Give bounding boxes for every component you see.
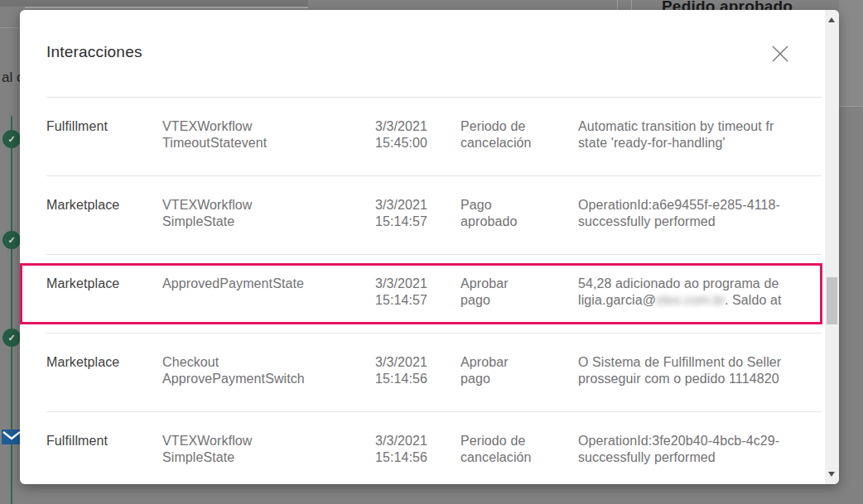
interaction-time: 15:14:56 <box>369 449 427 466</box>
event-line: SimpleState <box>162 214 369 230</box>
interaction-source: Marketplace <box>46 276 162 333</box>
interaction-time: 15:14:57 <box>369 292 427 309</box>
interaction-status: Aprobar pago <box>427 276 578 333</box>
interaction-event: VTEXWorkflow SimpleState <box>162 433 369 484</box>
description-line: successfully performed <box>578 214 822 230</box>
interaction-description: 54,28 adicionado ao programa de ligia.ga… <box>578 276 822 333</box>
interaction-status: Aprobar pago <box>427 354 578 411</box>
scrollbar-down-icon[interactable] <box>828 472 835 477</box>
interaction-time: 15:45:00 <box>369 135 427 151</box>
interaction-datetime: 3/3/2021 15:14:57 <box>369 197 427 254</box>
event-line: VTEXWorkflow <box>162 197 369 214</box>
interaction-time: 15:14:56 <box>369 371 427 387</box>
interaction-time: 15:14:57 <box>369 214 427 230</box>
description-line: 54,28 adicionado ao programa de <box>578 276 822 292</box>
interactions-modal: Interacciones Fulfillment VTEXWorkflow T… <box>20 10 839 484</box>
description-line: Automatic transition by timeout fr <box>578 118 822 135</box>
interaction-date: 3/3/2021 <box>369 197 427 214</box>
interaction-datetime: 3/3/2021 15:14:56 <box>369 354 427 411</box>
background-divider <box>617 0 618 10</box>
redacted-email-domain: vtex.com.br <box>656 293 725 307</box>
interaction-date: 3/3/2021 <box>369 118 427 135</box>
interaction-description: Automatic transition by timeout fr state… <box>578 118 822 175</box>
background-panel-edge <box>25 7 308 8</box>
description-line: OperationId:3fe20b40-4bcb-4c29- <box>578 433 822 449</box>
scrollbar-thumb[interactable] <box>827 277 837 324</box>
interaction-event: VTEXWorkflow SimpleState <box>162 197 369 254</box>
table-row: Fulfillment VTEXWorkflow TimeoutStateven… <box>46 98 822 176</box>
description-line: successfully performed <box>578 449 822 466</box>
interaction-description: OperationId:3fe20b40-4bcb-4c29- successf… <box>578 433 822 484</box>
scrollbar-up-icon[interactable] <box>828 17 835 22</box>
table-row: Marketplace VTEXWorkflow SimpleState 3/3… <box>46 176 822 255</box>
event-line: SimpleState <box>162 449 369 466</box>
email-prefix: ligia.garcia@ <box>578 293 656 307</box>
check-glyph: ✓ <box>7 333 15 343</box>
modal-title: Interacciones <box>46 43 142 61</box>
event-line: ApprovePaymentSwitch <box>162 371 369 387</box>
event-line: TimeoutStatevent <box>162 135 369 151</box>
table-row-highlighted: Marketplace ApprovedPaymentState 3/3/202… <box>46 255 822 334</box>
interaction-datetime: 3/3/2021 15:45:00 <box>369 118 427 175</box>
check-glyph: ✓ <box>7 235 15 246</box>
interaction-datetime: 3/3/2021 15:14:57 <box>369 276 427 333</box>
background-topbar <box>0 0 308 7</box>
event-line: ApprovedPaymentState <box>162 276 369 292</box>
close-icon[interactable] <box>771 45 789 63</box>
interaction-date: 3/3/2021 <box>369 433 427 449</box>
description-line: prosseguir com o pedido 1114820 <box>578 371 822 387</box>
interaction-status: Periodo de cancelación <box>427 433 578 484</box>
interaction-description: OperationId:a6e9455f-e285-4118- successf… <box>578 197 822 254</box>
background-panel <box>839 0 863 106</box>
background-divider <box>631 0 632 10</box>
table-row: Fulfillment VTEXWorkflow SimpleState 3/3… <box>46 412 822 484</box>
interaction-description: O Sistema de Fulfillment do Seller pross… <box>578 354 822 411</box>
description-line: state 'ready-for-handling' <box>578 135 822 151</box>
interaction-status: Periodo de cancelación <box>427 118 578 175</box>
interaction-source: Fulfillment <box>46 433 162 484</box>
redacted-email-line: ligia.garcia@vtex.com.br. Saldo at <box>578 292 822 309</box>
interaction-date: 3/3/2021 <box>369 276 427 292</box>
interaction-source: Marketplace <box>46 354 162 411</box>
interaction-date: 3/3/2021 <box>369 354 427 371</box>
background-divider <box>839 106 863 107</box>
interaction-status: Pago aprobado <box>427 197 578 254</box>
interaction-event: Checkout ApprovePaymentSwitch <box>162 354 369 411</box>
interaction-source: Fulfillment <box>46 118 162 175</box>
mail-icon <box>2 430 22 444</box>
check-circle-icon: ✓ <box>2 329 21 347</box>
description-line: OperationId:a6e9455f-e285-4118- <box>578 197 822 214</box>
background-divider <box>0 27 20 28</box>
table-row: Marketplace Checkout ApprovePaymentSwitc… <box>46 334 822 412</box>
event-line: VTEXWorkflow <box>162 118 369 135</box>
check-circle-icon: ✓ <box>2 130 21 148</box>
event-line: Checkout <box>162 354 369 371</box>
interaction-event: ApprovedPaymentState <box>162 276 369 333</box>
interaction-datetime: 3/3/2021 15:14:56 <box>369 433 427 484</box>
interactions-table: Fulfillment VTEXWorkflow TimeoutStateven… <box>46 98 822 484</box>
email-suffix: . Saldo at <box>725 293 782 307</box>
interaction-source: Marketplace <box>46 197 162 254</box>
description-line: O Sistema de Fulfillment do Seller <box>578 354 822 371</box>
check-glyph: ✓ <box>7 134 15 145</box>
check-circle-icon: ✓ <box>2 231 21 249</box>
event-line: VTEXWorkflow <box>162 433 369 449</box>
scrollbar[interactable] <box>825 10 839 484</box>
interaction-event: VTEXWorkflow TimeoutStatevent <box>162 118 369 175</box>
timeline-connector <box>11 116 12 504</box>
